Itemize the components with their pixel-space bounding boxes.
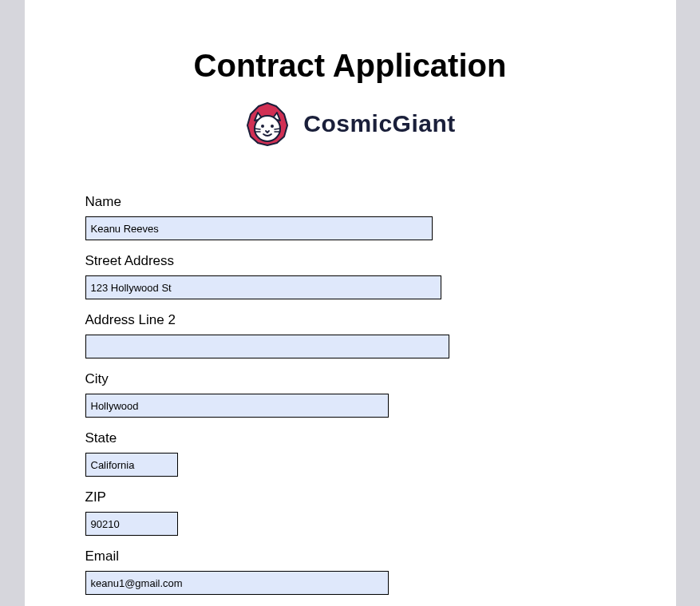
svg-line-3 [255, 129, 260, 129]
form-group-city: City [85, 371, 615, 418]
brand-name: CosmicGiant [303, 110, 456, 137]
page-title: Contract Application [85, 48, 615, 84]
brand-logo-row: CosmicGiant [85, 101, 615, 146]
svg-line-5 [275, 129, 280, 129]
city-label: City [85, 371, 615, 387]
street-label: Street Address [85, 253, 615, 269]
zip-label: ZIP [85, 489, 615, 505]
email-label: Email [85, 549, 615, 564]
street-input[interactable] [85, 275, 441, 299]
email-input[interactable] [85, 571, 389, 595]
name-input[interactable] [85, 216, 433, 240]
svg-point-2 [271, 125, 274, 128]
state-input[interactable] [85, 453, 178, 477]
form-group-email: Email [85, 549, 615, 595]
zip-input[interactable] [85, 512, 178, 536]
name-label: Name [85, 194, 615, 210]
form-group-zip: ZIP [85, 489, 615, 536]
form-group-name: Name [85, 194, 615, 240]
city-input[interactable] [85, 394, 389, 418]
form-group-state: State [85, 430, 615, 477]
svg-point-1 [261, 125, 264, 128]
line2-input[interactable] [85, 335, 449, 358]
document-page: Contract Application CosmicGiant Name [25, 0, 676, 606]
form-group-line2: Address Line 2 [85, 312, 615, 358]
brand-cat-icon [244, 101, 291, 146]
form-group-street: Street Address [85, 253, 615, 299]
line2-label: Address Line 2 [85, 312, 615, 328]
state-label: State [85, 430, 615, 446]
